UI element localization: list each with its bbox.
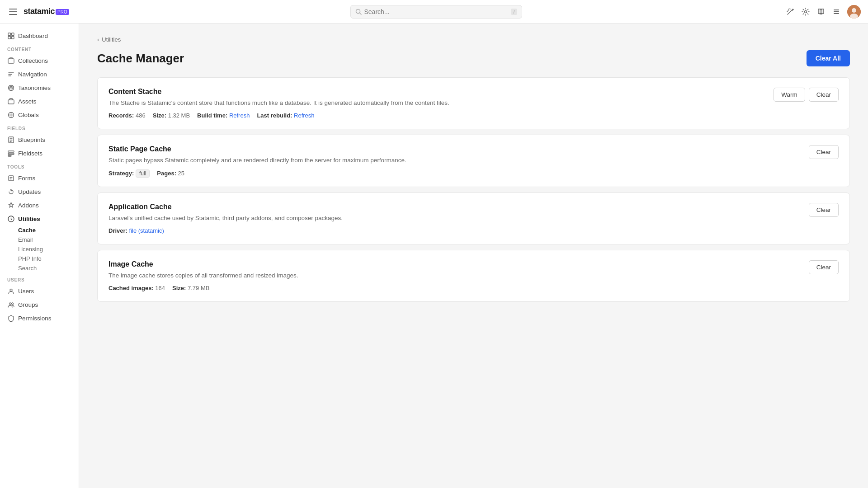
svg-rect-9: [8, 33, 11, 36]
svg-point-23: [9, 303, 11, 305]
logo: statamicPRO: [24, 7, 69, 16]
static-page-cache-actions: Clear: [809, 145, 839, 159]
hamburger-menu[interactable]: [7, 7, 19, 17]
page-title: Cache Manager: [97, 52, 184, 66]
clear-all-button[interactable]: Clear All: [807, 50, 850, 66]
sidebar: Dashboard CONTENT Collections Navigation…: [0, 23, 79, 488]
application-cache-clear-button[interactable]: Clear: [809, 203, 839, 217]
logo-pro-badge: PRO: [56, 9, 69, 15]
tools-section-label: TOOLS: [0, 160, 79, 171]
content-stache-warm-button[interactable]: Warm: [774, 88, 805, 102]
blueprints-icon: [7, 136, 14, 143]
svg-rect-20: [8, 155, 11, 156]
image-cache-title: Image Cache: [108, 260, 802, 268]
wand-icon[interactable]: [786, 7, 795, 16]
sidebar-item-addons-label: Addons: [18, 202, 39, 209]
search-wrap: /: [350, 5, 522, 19]
content-stache-actions: Warm Clear: [774, 88, 839, 102]
sidebar-item-users[interactable]: Users: [0, 284, 79, 298]
permissions-icon: [7, 314, 14, 322]
breadcrumb[interactable]: ‹ Utilities: [97, 36, 850, 43]
sidebar-sub-cache[interactable]: Cache: [0, 225, 79, 235]
image-cache-clear-button[interactable]: Clear: [809, 260, 839, 274]
sidebar-item-forms[interactable]: Forms: [0, 171, 79, 185]
static-page-cache-card: Static Page Cache Static pages bypass St…: [97, 135, 850, 187]
sidebar-item-users-label: Users: [18, 288, 34, 295]
sidebar-item-collections[interactable]: Collections: [0, 54, 79, 67]
content-stache-card: Content Stache The Stache is Statamic's …: [97, 77, 850, 129]
svg-rect-19: [8, 153, 14, 155]
sidebar-sub-php-info[interactable]: PHP Info: [0, 254, 79, 263]
sidebar-item-groups[interactable]: Groups: [0, 298, 79, 311]
search-icon: [355, 9, 362, 15]
size-label: Size: 1.32 MB: [153, 112, 190, 119]
static-page-cache-clear-button[interactable]: Clear: [809, 145, 839, 159]
image-cache-card: Image Cache The image cache stores copie…: [97, 250, 850, 302]
sidebar-item-blueprints[interactable]: Blueprints: [0, 133, 79, 146]
topbar-right: [786, 5, 861, 19]
sidebar-sub-licensing[interactable]: Licensing: [0, 244, 79, 254]
content-section-label: CONTENT: [0, 42, 79, 54]
sidebar-item-globals[interactable]: Globals: [0, 108, 79, 122]
sidebar-item-assets[interactable]: Assets: [0, 94, 79, 108]
build-time-refresh-link[interactable]: Refresh: [229, 112, 250, 119]
sidebar-item-dashboard-label: Dashboard: [18, 33, 48, 39]
application-cache-meta: Driver: file (statamic): [108, 227, 802, 234]
globals-icon: [7, 111, 14, 118]
image-cache-actions: Clear: [809, 260, 839, 274]
svg-rect-12: [11, 36, 14, 39]
sidebar-item-navigation[interactable]: Navigation: [0, 67, 79, 81]
utilities-icon: [7, 215, 14, 222]
application-cache-card: Application Cache Laravel's unified cach…: [97, 192, 850, 244]
gear-icon[interactable]: [801, 7, 810, 16]
fieldsets-icon: [7, 150, 14, 157]
book-icon[interactable]: [816, 7, 826, 16]
layout: Dashboard CONTENT Collections Navigation…: [0, 23, 868, 488]
sidebar-item-permissions[interactable]: Permissions: [0, 311, 79, 325]
topbar-left: statamicPRO: [7, 7, 86, 17]
sidebar-item-taxonomies[interactable]: Taxonomies: [0, 81, 79, 94]
sidebar-item-permissions-label: Permissions: [18, 315, 52, 322]
sidebar-item-updates[interactable]: Updates: [0, 185, 79, 198]
sidebar-item-dashboard[interactable]: Dashboard: [0, 29, 79, 42]
forms-icon: [7, 174, 14, 182]
breadcrumb-chevron: ‹: [97, 36, 99, 43]
users-section-label: USERS: [0, 273, 79, 284]
logo-text: statamic: [24, 7, 55, 16]
application-cache-actions: Clear: [809, 203, 839, 217]
svg-rect-21: [9, 176, 14, 181]
search-input[interactable]: [364, 8, 509, 15]
image-cache-body: Image Cache The image cache stores copie…: [108, 260, 802, 291]
search-bar: /: [92, 5, 780, 19]
sidebar-item-fieldsets[interactable]: Fieldsets: [0, 146, 79, 160]
collections-icon: [7, 57, 14, 64]
svg-point-24: [11, 303, 13, 305]
sidebar-item-addons[interactable]: Addons: [0, 198, 79, 212]
strategy-label: Strategy: full: [108, 170, 150, 177]
records-label: Records: 486: [108, 112, 146, 119]
driver-link[interactable]: file (statamic): [129, 227, 164, 234]
user-avatar[interactable]: [847, 5, 861, 19]
svg-rect-15: [8, 100, 14, 104]
main-content: ‹ Utilities Cache Manager Clear All Cont…: [79, 23, 868, 488]
sidebar-item-blueprints-label: Blueprints: [18, 136, 45, 143]
svg-point-2: [805, 10, 807, 13]
static-page-cache-title: Static Page Cache: [108, 145, 802, 153]
image-size-label: Size: 7.79 MB: [172, 285, 209, 291]
driver-label: Driver: file (statamic): [108, 227, 164, 234]
last-rebuild-refresh-link[interactable]: Refresh: [294, 112, 315, 119]
list-icon[interactable]: [832, 7, 841, 16]
last-rebuild-label: Last rebuild: Refresh: [257, 112, 314, 119]
sidebar-sub-email[interactable]: Email: [0, 235, 79, 244]
sidebar-item-forms-label: Forms: [18, 175, 35, 182]
topbar: statamicPRO /: [0, 0, 868, 23]
groups-icon: [7, 301, 14, 308]
application-cache-title: Application Cache: [108, 203, 802, 211]
fields-section-label: FIELDS: [0, 122, 79, 133]
svg-line-1: [359, 13, 361, 14]
svg-rect-18: [8, 151, 14, 152]
svg-rect-11: [8, 36, 11, 39]
content-stache-clear-button[interactable]: Clear: [809, 88, 839, 102]
sidebar-item-utilities[interactable]: Utilities: [0, 212, 79, 225]
sidebar-sub-search[interactable]: Search: [0, 263, 79, 273]
